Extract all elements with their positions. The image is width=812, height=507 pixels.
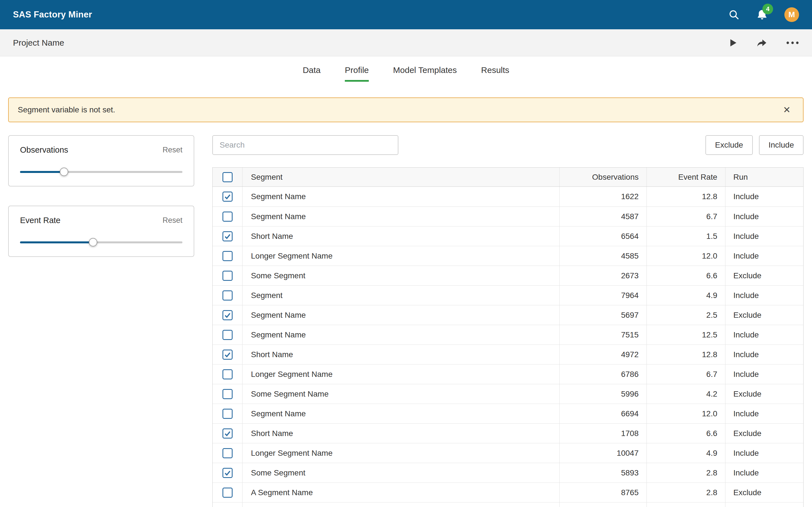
cell-observations: 4587 (559, 207, 647, 226)
cell-run: Include (725, 345, 803, 364)
row-checkbox[interactable] (222, 310, 233, 320)
cell-observations: 6694 (559, 404, 647, 424)
cell-event-rate: 6.6 (647, 424, 725, 443)
cell-event-rate: 12.5 (647, 503, 725, 507)
cell-run: Include (725, 226, 803, 246)
alert-banner: Segment variable is not set. ✕ (8, 98, 804, 122)
cell-event-rate: 2.8 (647, 483, 725, 502)
table-row: Segment Name 4587 6.7 Include (213, 207, 803, 226)
cell-run: Exclude (725, 384, 803, 404)
cell-event-rate: 4.9 (647, 443, 725, 463)
observations-slider[interactable] (20, 168, 183, 176)
cell-run: Exclude (725, 266, 803, 285)
cell-observations: 7515 (559, 325, 647, 344)
cell-event-rate: 6.7 (647, 207, 725, 226)
cell-run: Include (725, 503, 803, 507)
cell-observations: 10047 (559, 443, 647, 463)
app-title: SAS Factory Miner (13, 10, 92, 20)
row-checkbox[interactable] (222, 389, 233, 399)
exclude-button[interactable]: Exclude (705, 135, 753, 155)
cell-run: Include (725, 246, 803, 266)
select-all-checkbox[interactable] (222, 172, 233, 182)
cell-segment: Longer Segment Name (242, 443, 559, 463)
tab-data[interactable]: Data (303, 65, 320, 82)
row-checkbox[interactable] (222, 468, 233, 478)
event-rate-slider[interactable] (20, 238, 183, 246)
row-checkbox[interactable] (222, 231, 233, 241)
app-bar-actions: 4 M (728, 7, 799, 22)
row-checkbox[interactable] (222, 448, 233, 458)
table-row: Segment Name 6694 12.0 Include (213, 404, 803, 424)
cell-run: Include (725, 404, 803, 424)
row-checkbox[interactable] (222, 488, 233, 498)
cell-segment: Segment Name (242, 207, 559, 226)
row-checkbox[interactable] (222, 429, 233, 439)
table-row: A Segment Name 8765 2.8 Exclude (213, 483, 803, 502)
search-icon[interactable] (728, 9, 740, 20)
cell-observations: 5893 (559, 463, 647, 483)
table-row: Segment 7964 4.9 Include (213, 285, 803, 305)
observations-reset-button[interactable]: Reset (162, 146, 183, 154)
tab-model-templates[interactable]: Model Templates (393, 65, 457, 82)
slider-fill (20, 171, 64, 173)
cell-run: Exclude (725, 424, 803, 443)
column-header-observations[interactable]: Observations (559, 168, 647, 186)
tab-profile[interactable]: Profile (345, 65, 369, 82)
event-rate-reset-button[interactable]: Reset (162, 216, 183, 225)
cell-event-rate: 4.2 (647, 384, 725, 404)
row-checkbox[interactable] (222, 251, 233, 261)
include-button[interactable]: Include (759, 135, 804, 155)
close-icon[interactable]: ✕ (783, 105, 791, 115)
column-header-event-rate[interactable]: Event Rate (647, 168, 725, 186)
slider-track (20, 171, 183, 173)
share-button[interactable] (756, 37, 768, 48)
cell-event-rate: 12.0 (647, 246, 725, 266)
table-row: Segment Name 7515 12.5 Include (213, 325, 803, 344)
notifications-button[interactable]: 4 (756, 8, 768, 21)
column-header-segment[interactable]: Segment (242, 168, 559, 186)
row-checkbox[interactable] (222, 290, 233, 300)
cell-observations: 4972 (559, 345, 647, 364)
row-checkbox[interactable] (222, 330, 233, 340)
avatar[interactable]: M (784, 7, 799, 22)
play-icon (728, 37, 738, 48)
cell-segment: Segment Name (242, 187, 559, 207)
row-checkbox[interactable] (222, 369, 233, 379)
slider-thumb[interactable] (60, 168, 68, 176)
cell-segment: Segment Name (242, 325, 559, 344)
table-row: Short Name 1708 6.6 Exclude (213, 424, 803, 443)
table-row: Some Segment Name 5996 4.2 Exclude (213, 384, 803, 404)
cell-event-rate: 4.9 (647, 286, 725, 305)
slider-thumb[interactable] (89, 238, 97, 246)
row-checkbox[interactable] (222, 271, 233, 281)
cell-event-rate: 2.5 (647, 305, 725, 325)
notification-badge: 4 (762, 4, 773, 14)
row-checkbox[interactable] (222, 409, 233, 419)
cell-segment: Segment Name (242, 404, 559, 424)
cell-event-rate: 2.8 (647, 463, 725, 483)
cell-segment: Longer Segment Name (242, 246, 559, 266)
row-checkbox[interactable] (222, 212, 233, 222)
table-body: Segment Name 1622 12.8 Include Segment N… (213, 187, 803, 507)
search-input[interactable] (212, 135, 398, 155)
observations-filter-title: Observations (20, 145, 68, 155)
cell-observations: 5697 (559, 305, 647, 325)
row-checkbox[interactable] (222, 349, 233, 360)
tab-results[interactable]: Results (481, 65, 509, 82)
row-checkbox[interactable] (222, 191, 233, 202)
cell-run: Include (725, 364, 803, 384)
cell-segment: Short Name (242, 424, 559, 443)
more-options-button[interactable] (786, 41, 799, 45)
run-button[interactable] (728, 37, 738, 48)
forward-arrow-icon (756, 37, 768, 48)
table-row: Segment Name 5697 2.5 Exclude (213, 305, 803, 325)
cell-observations: 8765 (559, 483, 647, 502)
table-row: Short Name 4972 12.8 Include (213, 344, 803, 364)
table-row: Some Segment 5893 2.8 Include (213, 463, 803, 483)
table-row: Short Name 6564 1.5 Include (213, 226, 803, 246)
segment-table: Segment Observations Event Rate Run Segm… (212, 167, 804, 507)
table-row: Segment Name 1622 12.8 Include (213, 187, 803, 207)
cell-event-rate: 12.5 (647, 325, 725, 344)
column-header-run[interactable]: Run (725, 168, 803, 186)
table-row: Longer Segment Name 10047 4.9 Include (213, 443, 803, 463)
